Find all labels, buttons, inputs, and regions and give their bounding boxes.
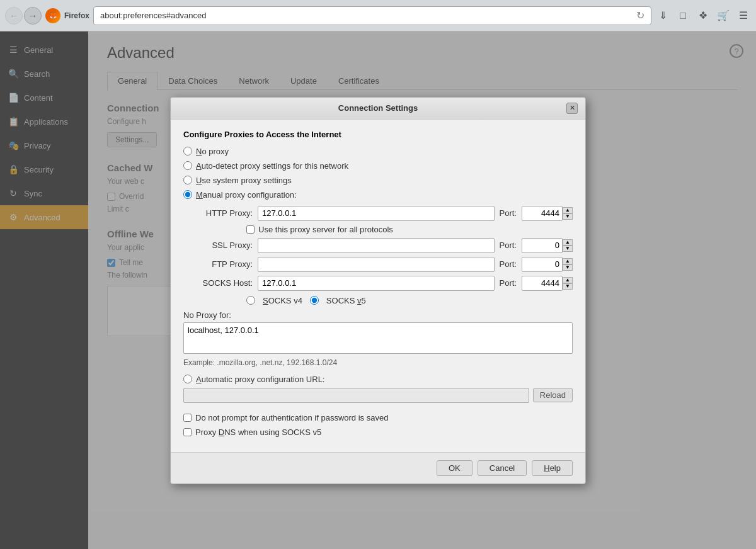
ssl-port-up[interactable]: ▲ [563, 239, 573, 246]
ftp-proxy-label: FTP Proxy: [196, 259, 253, 269]
cancel-button[interactable]: Cancel [478, 460, 527, 476]
firefox-label: Firefox [64, 11, 89, 20]
forward-button[interactable]: → [24, 7, 42, 25]
socks-host-label: SOCKS Host: [196, 278, 253, 288]
auto-url-input[interactable] [183, 388, 529, 403]
http-proxy-input[interactable] [258, 206, 495, 221]
socks-v4-radio[interactable] [246, 296, 255, 305]
socks-port-spin: ▲ ▼ [563, 277, 573, 290]
no-proxy-for-label: No Proxy for: [183, 310, 573, 320]
manual-radio[interactable] [183, 190, 192, 199]
socks-port-input[interactable] [522, 276, 563, 291]
nav-buttons: ← → [5, 7, 42, 25]
ssl-port-group: ▲ ▼ [522, 238, 573, 253]
example-text: Example: .mozilla.org, .net.nz, 192.168.… [183, 358, 573, 367]
ssl-port-input[interactable] [522, 238, 563, 253]
auto-detect-row: Auto-detect proxy settings for this netw… [183, 161, 573, 171]
http-port-group: ▲ ▼ [522, 206, 573, 221]
ftp-port-down[interactable]: ▼ [563, 264, 573, 271]
ftp-port-input[interactable] [522, 257, 563, 272]
browser-chrome: ← → 🦊 Firefox about:preferences#advanced… [0, 0, 756, 31]
dialog-title: Connection Settings [190, 103, 566, 113]
socks-host-input[interactable] [258, 276, 495, 291]
cart-icon[interactable]: 🛒 [716, 8, 731, 23]
auto-url-radio[interactable] [183, 375, 192, 383]
socks-port-up[interactable]: ▲ [563, 277, 573, 283]
reload-button[interactable]: Reload [533, 388, 573, 402]
dialog-overlay: Connection Settings ✕ Configure Proxies … [0, 31, 756, 549]
reload-nav-button[interactable]: ↻ [636, 9, 644, 21]
download-icon[interactable]: ⇓ [655, 8, 670, 23]
socks-version-row: SOCKS v4 SOCKS v5 [246, 296, 573, 305]
firefox-logo: 🦊 [45, 8, 60, 23]
use-system-row: Use system proxy settings [183, 176, 573, 185]
http-port-spin: ▲ ▼ [563, 207, 573, 220]
proxy-dns-label: Proxy DNS when using SOCKS v5 [195, 427, 321, 437]
ftp-port-group: ▲ ▼ [522, 257, 573, 272]
use-system-radio[interactable] [183, 176, 192, 184]
use-system-label: Use system proxy settings [196, 176, 292, 185]
socks-port-down[interactable]: ▼ [563, 283, 573, 290]
http-port-up[interactable]: ▲ [563, 207, 573, 213]
browser-actions: ⇓ □ ❖ 🛒 ☰ [655, 8, 751, 23]
use-for-all-label: Use this proxy server for all protocols [258, 225, 393, 234]
back-button[interactable]: ← [5, 7, 23, 25]
dialog-body: Configure Proxies to Access the Internet… [171, 120, 585, 452]
socks-v4-label: SOCKS v4 [263, 296, 302, 305]
address-bar[interactable]: about:preferences#advanced ↻ [93, 6, 651, 25]
ssl-port-down[interactable]: ▼ [563, 246, 573, 252]
ftp-port-spin: ▲ ▼ [563, 258, 573, 271]
no-auth-label: Do not prompt for authentication if pass… [195, 413, 388, 422]
no-proxy-label: No proxy [196, 147, 229, 156]
bookmarks-icon[interactable]: □ [675, 8, 690, 23]
use-for-all-checkbox[interactable] [246, 225, 255, 234]
address-text: about:preferences#advanced [100, 11, 636, 20]
connection-settings-dialog: Connection Settings ✕ Configure Proxies … [170, 97, 586, 484]
ok-button[interactable]: OK [437, 460, 472, 476]
socks-v5-radio[interactable] [310, 296, 319, 305]
auto-url-input-row: Reload [183, 388, 573, 403]
auto-url-label: Automatic proxy configuration URL: [196, 375, 324, 384]
socks-port-label: Port: [500, 278, 517, 288]
proxy-section-title: Configure Proxies to Access the Internet [183, 130, 573, 139]
pocket-icon[interactable]: ❖ [696, 8, 711, 23]
ssl-port-spin: ▲ ▼ [563, 239, 573, 252]
ftp-port-up[interactable]: ▲ [563, 258, 573, 264]
ssl-proxy-input[interactable] [258, 238, 495, 253]
http-port-label: Port: [500, 208, 517, 218]
auth-checkbox-row: Do not prompt for authentication if pass… [183, 413, 573, 422]
http-proxy-label: HTTP Proxy: [196, 208, 253, 218]
auto-url-row: Automatic proxy configuration URL: [183, 375, 573, 384]
auto-detect-label: Auto-detect proxy settings for this netw… [196, 161, 348, 171]
dialog-footer: OK Cancel Help [171, 452, 585, 484]
http-port-down[interactable]: ▼ [563, 213, 573, 220]
manual-row: Manual proxy configuration: [183, 190, 573, 200]
ftp-proxy-input[interactable] [258, 257, 495, 272]
no-proxy-row: No proxy [183, 147, 573, 156]
help-button[interactable]: Help [532, 460, 573, 476]
no-proxy-textarea[interactable]: localhost, 127.0.0.1 [183, 322, 573, 354]
proxy-dns-checkbox[interactable] [183, 428, 192, 436]
use-for-all-row: Use this proxy server for all protocols [246, 225, 573, 234]
ssl-port-label: Port: [500, 241, 517, 250]
dialog-close-button[interactable]: ✕ [566, 103, 578, 114]
proxy-dns-row: Proxy DNS when using SOCKS v5 [183, 427, 573, 437]
http-port-input[interactable] [522, 206, 563, 221]
auto-detect-radio[interactable] [183, 161, 192, 170]
socks-v5-label: SOCKS v5 [326, 296, 366, 305]
no-auth-checkbox[interactable] [183, 414, 192, 422]
dialog-titlebar: Connection Settings ✕ [171, 98, 585, 120]
socks-port-group: ▲ ▼ [522, 276, 573, 291]
ftp-port-label: Port: [500, 259, 517, 269]
no-proxy-radio[interactable] [183, 147, 192, 156]
menu-icon[interactable]: ☰ [736, 8, 751, 23]
ssl-proxy-label: SSL Proxy: [196, 241, 253, 250]
manual-label: Manual proxy configuration: [196, 190, 297, 200]
